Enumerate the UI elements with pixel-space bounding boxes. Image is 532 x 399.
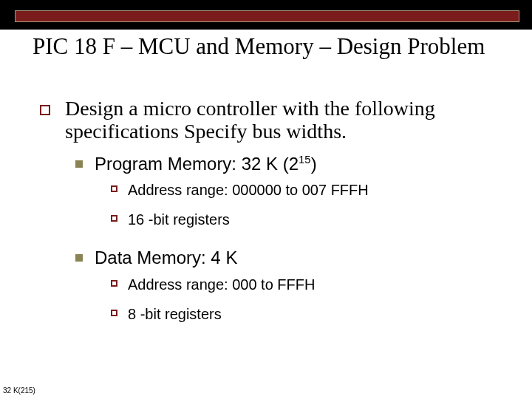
bullet-level3: 8 -bit registers xyxy=(111,305,498,323)
dm-address-range: Address range: 000 to FFFH xyxy=(128,276,315,293)
slide: PIC 18 F – MCU and Memory – Design Probl… xyxy=(0,0,532,399)
data-memory-label: Data Memory: 4 K xyxy=(95,248,237,268)
pm-exponent: 15 xyxy=(299,154,311,166)
hollow-small-square-icon xyxy=(111,310,117,316)
bullet-level1: Design a micro controller with the follo… xyxy=(40,98,498,143)
pm-suffix: ) xyxy=(311,154,317,174)
filled-square-icon xyxy=(75,160,83,168)
hollow-small-square-icon xyxy=(111,185,117,192)
slide-body: Design a micro controller with the follo… xyxy=(40,98,498,323)
dm-registers: 8 -bit registers xyxy=(128,305,222,323)
dm-prefix: Data Memory: 4 K xyxy=(95,248,237,267)
hollow-small-square-icon xyxy=(111,280,117,287)
bullet-level3: 16 -bit registers xyxy=(111,211,498,228)
hollow-square-icon xyxy=(40,105,50,115)
bullet-level3: Address range: 000 to FFFH xyxy=(111,276,498,293)
pm-address-range: Address range: 000000 to 007 FFFH xyxy=(128,181,369,199)
intro-text: Design a micro controller with the follo… xyxy=(65,98,498,143)
pm-registers: 16 -bit registers xyxy=(128,211,230,228)
bullet-level2: Data Memory: 4 K xyxy=(75,248,498,268)
bullet-level3: Address range: 000000 to 007 FFFH xyxy=(111,181,498,199)
title-accent-bar xyxy=(15,10,519,22)
slide-title: PIC 18 F – MCU and Memory – Design Probl… xyxy=(33,34,505,60)
program-memory-label: Program Memory: 32 K (215) xyxy=(95,154,317,174)
hollow-small-square-icon xyxy=(111,215,117,222)
bullet-level2: Program Memory: 32 K (215) xyxy=(75,154,498,174)
filled-square-icon xyxy=(75,254,83,262)
footer-note: 32 K(215) xyxy=(3,386,35,395)
pm-prefix: Program Memory: 32 K (2 xyxy=(95,154,299,174)
